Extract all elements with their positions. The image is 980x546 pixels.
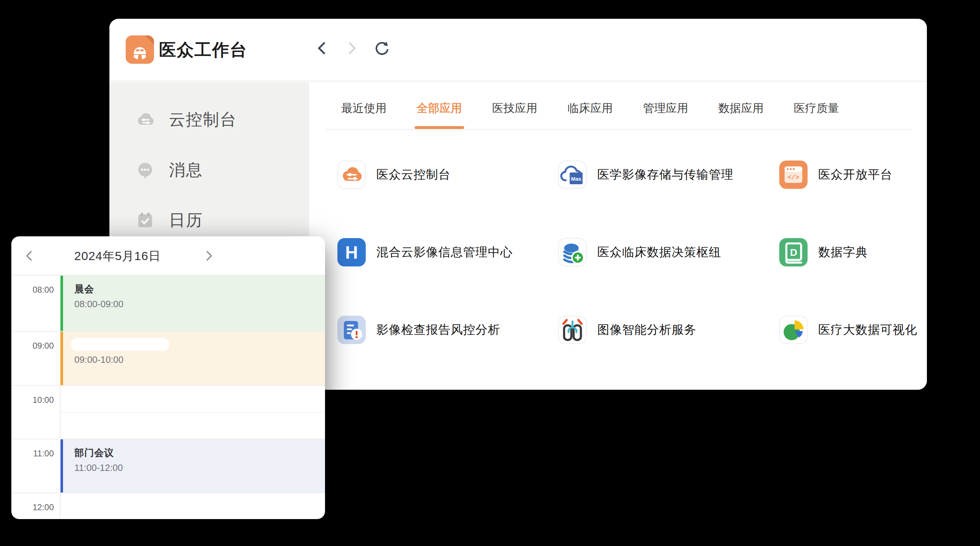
database-plus-icon (558, 238, 587, 267)
app-data-dictionary[interactable]: D 数据字典 (779, 238, 980, 267)
code-window-icon: </> (779, 161, 808, 189)
svg-text:Mas: Mas (571, 176, 581, 182)
calendar-date: 2024年5月16日 (54, 236, 181, 276)
calendar-event-morning-meeting[interactable]: 晨会 08:00-09:00 (60, 276, 325, 331)
tab-recent[interactable]: 最近使用 (341, 101, 387, 129)
sidebar-item-label: 消息 (169, 159, 203, 181)
event-title-redacted-pill (71, 338, 169, 351)
app-label: 混合云影像信息管理中心 (376, 244, 513, 260)
app-image-ai-analysis[interactable]: 图像智能分析服务 (558, 316, 779, 344)
event-time: 11:00-12:00 (74, 462, 325, 473)
time-label: 11:00 (11, 449, 54, 458)
time-slot-1200[interactable]: 12:00 (11, 492, 325, 518)
calendar-panel: 2024年5月16日 08:00 晨会 08:00-09:00 09:00 (11, 236, 325, 519)
tab-clinical-apps[interactable]: 临床应用 (568, 101, 613, 129)
calendar-day-grid: 08:00 晨会 08:00-09:00 09:00 09:00-10:00 1… (11, 276, 325, 518)
dictionary-book-icon: D (779, 238, 808, 267)
time-label: 12:00 (11, 503, 54, 512)
app-label: 数据字典 (818, 244, 868, 260)
pie-chart-icon (779, 316, 808, 344)
screenshot-canvas: 医众工作台 (0, 0, 980, 546)
sidebar-item-label: 日历 (169, 209, 203, 231)
tab-all-apps[interactable]: 全部应用 (417, 101, 462, 129)
sidebar-item-label: 云控制台 (169, 109, 237, 131)
app-big-data-visualization[interactable]: 医疗大数据可视化 (779, 316, 980, 344)
calendar-prev-button[interactable] (22, 248, 37, 263)
refresh-icon (373, 40, 390, 57)
chevron-right-icon (201, 248, 217, 263)
app-title: 医众工作台 (159, 19, 248, 81)
sidebar-item-cloud-console[interactable]: 云控制台 (110, 94, 309, 145)
refresh-button[interactable] (373, 40, 390, 57)
app-label: 医众临床数据决策枢纽 (597, 244, 721, 260)
calendar-event-redacted[interactable]: 09:00-10:00 (60, 332, 325, 385)
app-cloud-console[interactable]: 医众云控制台 (337, 161, 558, 189)
event-time: 09:00-10:00 (74, 354, 325, 365)
event-title: 晨会 (74, 283, 325, 295)
event-time: 08:00-09:00 (74, 299, 325, 310)
time-label: 08:00 (11, 285, 54, 295)
report-alert-icon (337, 316, 366, 344)
app-label: 医疗大数据可视化 (818, 322, 917, 338)
time-label: 10:00 (11, 395, 54, 405)
back-button[interactable] (314, 40, 331, 57)
tab-bar: 最近使用 全部应用 医技应用 临床应用 管理应用 数据应用 医疗质量 (326, 82, 913, 130)
cloud-sliders-icon (135, 110, 156, 130)
window-header: 医众工作台 (110, 19, 927, 81)
tab-quality[interactable]: 医疗质量 (794, 101, 839, 129)
time-label: 09:00 (11, 341, 54, 351)
app-logo-icon (126, 35, 154, 64)
forward-button[interactable] (343, 40, 360, 57)
app-grid: 医众云控制台 Mas 医学影像存储与传输管理 (309, 130, 927, 344)
cloud-mas-icon: Mas (558, 161, 587, 189)
lungs-icon (558, 316, 587, 344)
chevron-right-icon (343, 40, 360, 57)
sidebar-item-messages[interactable]: 消息 (110, 145, 309, 195)
letter-h-icon: H (337, 238, 366, 267)
calendar-header: 2024年5月16日 (11, 236, 325, 276)
svg-text:</>: </> (788, 174, 799, 181)
time-slot-0800[interactable]: 08:00 晨会 08:00-09:00 (11, 276, 325, 331)
time-slot-0900[interactable]: 09:00 09:00-10:00 (11, 331, 325, 385)
calendar-event-department-meeting[interactable]: 部门会议 11:00-12:00 (60, 439, 325, 492)
tab-medtech-apps[interactable]: 医技应用 (492, 101, 538, 129)
app-image-storage[interactable]: Mas 医学影像存储与传输管理 (558, 161, 779, 189)
time-slot-1100[interactable]: 11:00 部门会议 11:00-12:00 (11, 439, 325, 492)
event-title: 部门会议 (74, 447, 325, 459)
app-open-platform[interactable]: </> 医众开放平台 (779, 161, 980, 189)
calendar-next-button[interactable] (201, 248, 217, 263)
tab-management-apps[interactable]: 管理应用 (643, 101, 688, 129)
app-label: 图像智能分析服务 (597, 322, 697, 338)
content-area: 最近使用 全部应用 医技应用 临床应用 管理应用 数据应用 医疗质量 (309, 82, 927, 390)
app-clinical-data-hub[interactable]: 医众临床数据决策枢纽 (558, 238, 779, 267)
app-label: 医学影像存储与传输管理 (597, 166, 733, 183)
app-label: 医众云控制台 (376, 166, 451, 183)
app-report-risk-analysis[interactable]: 影像检查报告风控分析 (337, 316, 558, 344)
tab-data-apps[interactable]: 数据应用 (718, 101, 764, 129)
app-label: 影像检查报告风控分析 (376, 322, 500, 338)
chevron-left-icon (22, 248, 37, 263)
logo-fold (145, 35, 154, 45)
svg-text:D: D (790, 247, 797, 258)
svg-text:H: H (345, 243, 358, 263)
calendar-check-icon (135, 210, 156, 231)
half-hour-line (60, 412, 325, 413)
app-label: 医众开放平台 (818, 166, 892, 183)
time-slot-1000[interactable]: 10:00 (11, 385, 325, 439)
chevron-left-icon (314, 40, 331, 57)
cloud-sliders-icon (337, 161, 366, 189)
chat-bubble-icon (135, 160, 156, 180)
app-hybrid-cloud-center[interactable]: H 混合云影像信息管理中心 (337, 238, 558, 267)
